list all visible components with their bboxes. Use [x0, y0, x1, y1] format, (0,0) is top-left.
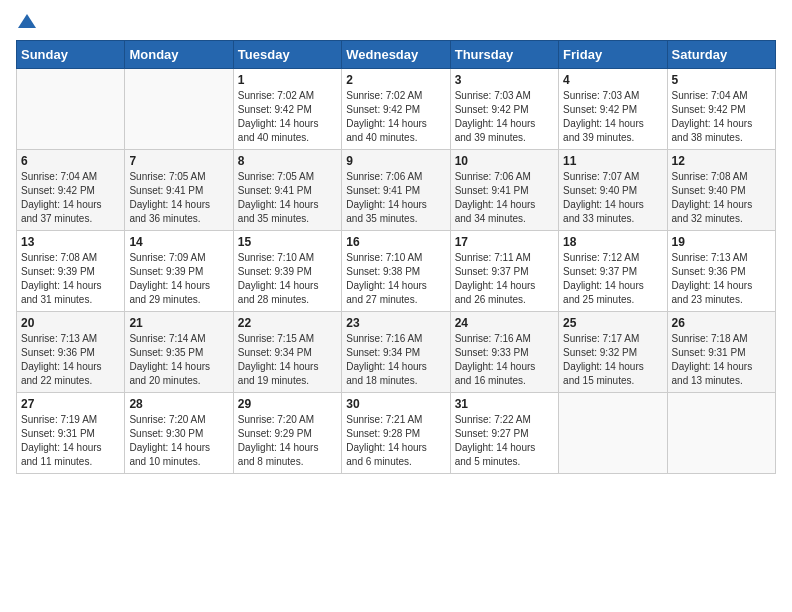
- calendar-cell: [125, 69, 233, 150]
- calendar-week-row: 20Sunrise: 7:13 AM Sunset: 9:36 PM Dayli…: [17, 312, 776, 393]
- cell-content: Sunrise: 7:06 AM Sunset: 9:41 PM Dayligh…: [346, 170, 445, 226]
- cell-content: Sunrise: 7:17 AM Sunset: 9:32 PM Dayligh…: [563, 332, 662, 388]
- day-number: 30: [346, 397, 445, 411]
- day-number: 19: [672, 235, 771, 249]
- calendar-week-row: 6Sunrise: 7:04 AM Sunset: 9:42 PM Daylig…: [17, 150, 776, 231]
- calendar-cell: 28Sunrise: 7:20 AM Sunset: 9:30 PM Dayli…: [125, 393, 233, 474]
- cell-content: Sunrise: 7:02 AM Sunset: 9:42 PM Dayligh…: [346, 89, 445, 145]
- logo: [16, 16, 36, 28]
- day-header-sunday: Sunday: [17, 41, 125, 69]
- cell-content: Sunrise: 7:16 AM Sunset: 9:33 PM Dayligh…: [455, 332, 554, 388]
- day-number: 16: [346, 235, 445, 249]
- cell-content: Sunrise: 7:16 AM Sunset: 9:34 PM Dayligh…: [346, 332, 445, 388]
- calendar-cell: 26Sunrise: 7:18 AM Sunset: 9:31 PM Dayli…: [667, 312, 775, 393]
- cell-content: Sunrise: 7:21 AM Sunset: 9:28 PM Dayligh…: [346, 413, 445, 469]
- day-number: 23: [346, 316, 445, 330]
- day-number: 2: [346, 73, 445, 87]
- cell-content: Sunrise: 7:15 AM Sunset: 9:34 PM Dayligh…: [238, 332, 337, 388]
- calendar-cell: 30Sunrise: 7:21 AM Sunset: 9:28 PM Dayli…: [342, 393, 450, 474]
- cell-content: Sunrise: 7:07 AM Sunset: 9:40 PM Dayligh…: [563, 170, 662, 226]
- day-number: 8: [238, 154, 337, 168]
- day-number: 24: [455, 316, 554, 330]
- calendar-cell: 14Sunrise: 7:09 AM Sunset: 9:39 PM Dayli…: [125, 231, 233, 312]
- calendar-cell: 17Sunrise: 7:11 AM Sunset: 9:37 PM Dayli…: [450, 231, 558, 312]
- cell-content: Sunrise: 7:20 AM Sunset: 9:30 PM Dayligh…: [129, 413, 228, 469]
- calendar-cell: 2Sunrise: 7:02 AM Sunset: 9:42 PM Daylig…: [342, 69, 450, 150]
- calendar-cell: 9Sunrise: 7:06 AM Sunset: 9:41 PM Daylig…: [342, 150, 450, 231]
- day-number: 14: [129, 235, 228, 249]
- cell-content: Sunrise: 7:05 AM Sunset: 9:41 PM Dayligh…: [129, 170, 228, 226]
- calendar-cell: 13Sunrise: 7:08 AM Sunset: 9:39 PM Dayli…: [17, 231, 125, 312]
- calendar-cell: 15Sunrise: 7:10 AM Sunset: 9:39 PM Dayli…: [233, 231, 341, 312]
- day-number: 15: [238, 235, 337, 249]
- calendar-cell: 10Sunrise: 7:06 AM Sunset: 9:41 PM Dayli…: [450, 150, 558, 231]
- cell-content: Sunrise: 7:08 AM Sunset: 9:40 PM Dayligh…: [672, 170, 771, 226]
- day-header-monday: Monday: [125, 41, 233, 69]
- calendar-cell: 19Sunrise: 7:13 AM Sunset: 9:36 PM Dayli…: [667, 231, 775, 312]
- day-header-thursday: Thursday: [450, 41, 558, 69]
- day-number: 22: [238, 316, 337, 330]
- cell-content: Sunrise: 7:04 AM Sunset: 9:42 PM Dayligh…: [21, 170, 120, 226]
- cell-content: Sunrise: 7:05 AM Sunset: 9:41 PM Dayligh…: [238, 170, 337, 226]
- day-number: 26: [672, 316, 771, 330]
- calendar-cell: 21Sunrise: 7:14 AM Sunset: 9:35 PM Dayli…: [125, 312, 233, 393]
- day-number: 21: [129, 316, 228, 330]
- calendar-cell: 5Sunrise: 7:04 AM Sunset: 9:42 PM Daylig…: [667, 69, 775, 150]
- day-header-saturday: Saturday: [667, 41, 775, 69]
- cell-content: Sunrise: 7:11 AM Sunset: 9:37 PM Dayligh…: [455, 251, 554, 307]
- calendar-cell: 24Sunrise: 7:16 AM Sunset: 9:33 PM Dayli…: [450, 312, 558, 393]
- calendar-cell: 20Sunrise: 7:13 AM Sunset: 9:36 PM Dayli…: [17, 312, 125, 393]
- svg-marker-0: [18, 14, 36, 28]
- cell-content: Sunrise: 7:10 AM Sunset: 9:38 PM Dayligh…: [346, 251, 445, 307]
- day-number: 25: [563, 316, 662, 330]
- cell-content: Sunrise: 7:03 AM Sunset: 9:42 PM Dayligh…: [563, 89, 662, 145]
- calendar-cell: [17, 69, 125, 150]
- calendar-week-row: 13Sunrise: 7:08 AM Sunset: 9:39 PM Dayli…: [17, 231, 776, 312]
- calendar-cell: 8Sunrise: 7:05 AM Sunset: 9:41 PM Daylig…: [233, 150, 341, 231]
- cell-content: Sunrise: 7:19 AM Sunset: 9:31 PM Dayligh…: [21, 413, 120, 469]
- calendar-week-row: 27Sunrise: 7:19 AM Sunset: 9:31 PM Dayli…: [17, 393, 776, 474]
- cell-content: Sunrise: 7:13 AM Sunset: 9:36 PM Dayligh…: [672, 251, 771, 307]
- day-number: 9: [346, 154, 445, 168]
- day-number: 7: [129, 154, 228, 168]
- cell-content: Sunrise: 7:09 AM Sunset: 9:39 PM Dayligh…: [129, 251, 228, 307]
- day-number: 11: [563, 154, 662, 168]
- calendar-cell: 18Sunrise: 7:12 AM Sunset: 9:37 PM Dayli…: [559, 231, 667, 312]
- day-number: 28: [129, 397, 228, 411]
- day-number: 20: [21, 316, 120, 330]
- day-number: 10: [455, 154, 554, 168]
- calendar-cell: [667, 393, 775, 474]
- cell-content: Sunrise: 7:12 AM Sunset: 9:37 PM Dayligh…: [563, 251, 662, 307]
- calendar-cell: 31Sunrise: 7:22 AM Sunset: 9:27 PM Dayli…: [450, 393, 558, 474]
- calendar-cell: 6Sunrise: 7:04 AM Sunset: 9:42 PM Daylig…: [17, 150, 125, 231]
- cell-content: Sunrise: 7:03 AM Sunset: 9:42 PM Dayligh…: [455, 89, 554, 145]
- day-number: 12: [672, 154, 771, 168]
- cell-content: Sunrise: 7:20 AM Sunset: 9:29 PM Dayligh…: [238, 413, 337, 469]
- day-number: 13: [21, 235, 120, 249]
- calendar-cell: 29Sunrise: 7:20 AM Sunset: 9:29 PM Dayli…: [233, 393, 341, 474]
- calendar-cell: 1Sunrise: 7:02 AM Sunset: 9:42 PM Daylig…: [233, 69, 341, 150]
- calendar-cell: 23Sunrise: 7:16 AM Sunset: 9:34 PM Dayli…: [342, 312, 450, 393]
- cell-content: Sunrise: 7:04 AM Sunset: 9:42 PM Dayligh…: [672, 89, 771, 145]
- logo-triangle-icon: [18, 14, 36, 28]
- calendar-cell: 22Sunrise: 7:15 AM Sunset: 9:34 PM Dayli…: [233, 312, 341, 393]
- cell-content: Sunrise: 7:02 AM Sunset: 9:42 PM Dayligh…: [238, 89, 337, 145]
- cell-content: Sunrise: 7:14 AM Sunset: 9:35 PM Dayligh…: [129, 332, 228, 388]
- day-number: 18: [563, 235, 662, 249]
- calendar-cell: 4Sunrise: 7:03 AM Sunset: 9:42 PM Daylig…: [559, 69, 667, 150]
- calendar-cell: 7Sunrise: 7:05 AM Sunset: 9:41 PM Daylig…: [125, 150, 233, 231]
- calendar-cell: [559, 393, 667, 474]
- page-header: [16, 16, 776, 28]
- cell-content: Sunrise: 7:06 AM Sunset: 9:41 PM Dayligh…: [455, 170, 554, 226]
- day-number: 3: [455, 73, 554, 87]
- day-number: 31: [455, 397, 554, 411]
- day-header-friday: Friday: [559, 41, 667, 69]
- cell-content: Sunrise: 7:08 AM Sunset: 9:39 PM Dayligh…: [21, 251, 120, 307]
- day-header-wednesday: Wednesday: [342, 41, 450, 69]
- day-number: 4: [563, 73, 662, 87]
- calendar-cell: 25Sunrise: 7:17 AM Sunset: 9:32 PM Dayli…: [559, 312, 667, 393]
- cell-content: Sunrise: 7:22 AM Sunset: 9:27 PM Dayligh…: [455, 413, 554, 469]
- cell-content: Sunrise: 7:10 AM Sunset: 9:39 PM Dayligh…: [238, 251, 337, 307]
- cell-content: Sunrise: 7:13 AM Sunset: 9:36 PM Dayligh…: [21, 332, 120, 388]
- day-number: 6: [21, 154, 120, 168]
